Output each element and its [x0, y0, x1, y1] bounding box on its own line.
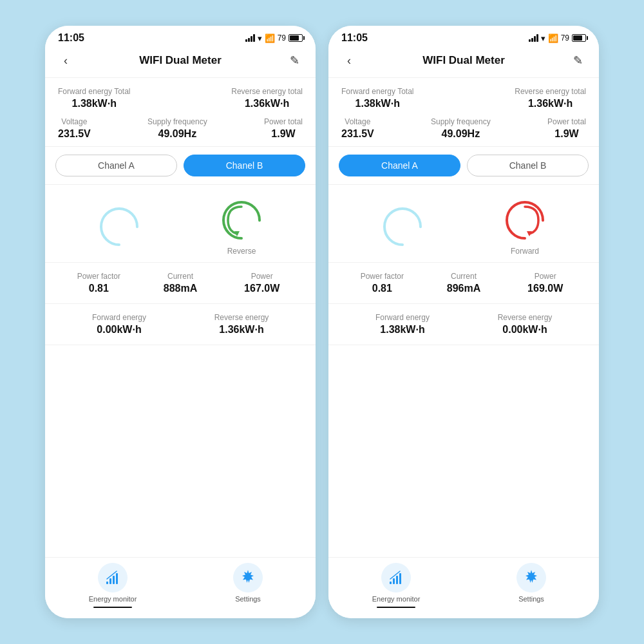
power-total-right: Power total 1.9W	[547, 117, 586, 140]
svg-rect-12	[393, 578, 395, 584]
energy-monitor-icon-right	[381, 563, 411, 592]
battery-label-right: 79	[561, 33, 569, 43]
channel-tabs-right: Chanel A Chanel B	[328, 147, 599, 185]
forward-energy-left: Forward energy 0.00kW·h	[58, 313, 180, 336]
edit-button-right[interactable]: ✎	[568, 50, 589, 71]
gauge-direction-label-left: Reverse	[227, 247, 256, 256]
nav-underline-right	[377, 607, 415, 609]
status-icons-right: ▾ 📶 79	[529, 33, 586, 43]
reverse-energy-total-left: Reverse energy total 1.36kW·h	[231, 87, 303, 109]
channel-tabs-left: Chanel A Chanel B	[45, 147, 316, 185]
signal-icon-left	[245, 34, 255, 42]
forward-energy-right: Forward energy 1.38kW·h	[341, 313, 464, 336]
stats-energy-right: Forward energy 1.38kW·h Reverse energy 0…	[328, 304, 599, 345]
battery-icon-left	[289, 34, 303, 42]
edit-button-left[interactable]: ✎	[285, 50, 305, 71]
voltage-left: Voltage 231.5V	[58, 117, 91, 140]
power-factor-left: Power factor 0.81	[58, 272, 140, 294]
battery-label-left: 79	[278, 33, 286, 43]
settings-label-left: Settings	[235, 595, 261, 603]
freq-right: Supply frequency 49.09Hz	[431, 117, 491, 140]
settings-nav-right[interactable]: Settings	[464, 563, 599, 609]
status-bar-right: 11:05 ▾ 📶 79	[328, 26, 599, 48]
gauge-forward-right	[502, 198, 547, 243]
content-right: Forward energy Total 1.38kW·h Reverse en…	[328, 78, 599, 557]
gauge-section-left: Reverse	[45, 185, 316, 263]
tab-channel-a-right[interactable]: Chanel A	[339, 155, 460, 176]
forward-energy-total-left: Forward energy Total 1.38kW·h	[58, 87, 131, 109]
forward-energy-total-right: Forward energy Total 1.38kW·h	[341, 87, 414, 109]
gauge-empty-left	[97, 204, 142, 249]
reverse-energy-total-right: Reverse energy total 1.36kW·h	[515, 87, 586, 109]
battery-icon-right	[572, 34, 586, 42]
reverse-energy-left: Reverse energy 1.36kW·h	[180, 313, 303, 336]
power-left: Power 167.0W	[221, 272, 303, 294]
energy-monitor-label-left: Energy monitor	[89, 595, 137, 603]
svg-point-0	[101, 209, 137, 245]
gauge-right-right: Forward	[502, 198, 547, 256]
power-total-left: Power total 1.9W	[264, 117, 303, 140]
settings-icon-left	[233, 563, 263, 592]
gauge-empty-right	[380, 204, 425, 249]
energy-monitor-label-right: Energy monitor	[372, 595, 421, 603]
back-button-left[interactable]: ‹	[55, 50, 76, 71]
status-icons-left: ▾ 📶 79	[245, 33, 303, 43]
top-metrics-right: Forward energy Total 1.38kW·h Reverse en…	[328, 78, 599, 147]
bottom-nav-left: Energy monitor Settings	[45, 557, 316, 619]
gauge-left-left	[97, 204, 142, 249]
stats-main-left: Power factor 0.81 Current 888mA Power 16…	[45, 263, 316, 304]
bottom-nav-right: Energy monitor Settings	[328, 557, 599, 619]
gauge-reverse-left	[219, 198, 264, 243]
svg-rect-11	[390, 582, 392, 584]
energy-monitor-nav-left[interactable]: Energy monitor	[45, 563, 180, 609]
reverse-energy-right: Reverse energy 0.00kW·h	[464, 313, 586, 336]
top-metrics-left: Forward energy Total 1.38kW·h Reverse en…	[45, 78, 316, 147]
power-factor-right: Power factor 0.81	[341, 272, 423, 294]
settings-icon-right	[516, 563, 546, 592]
settings-nav-left[interactable]: Settings	[180, 563, 316, 609]
svg-rect-13	[396, 576, 398, 584]
voltage-right: Voltage 231.5V	[341, 117, 374, 140]
wifi-icon-right: ▾ 📶	[541, 33, 558, 43]
tab-channel-b-right[interactable]: Chanel B	[467, 155, 589, 176]
phone-left: 11:05 ▾ 📶 79 ‹ WIFI Dual Meter ✎ Forward…	[45, 26, 316, 618]
nav-bar-right: ‹ WIFI Dual Meter ✎	[328, 48, 599, 78]
phone-right: 11:05 ▾ 📶 79 ‹ WIFI Dual Meter ✎ Forward…	[328, 26, 599, 618]
wifi-icon-left: ▾ 📶	[258, 33, 275, 43]
gauge-right-left: Reverse	[219, 198, 264, 256]
gauge-direction-label-right: Forward	[511, 247, 539, 256]
stats-energy-left: Forward energy 0.00kW·h Reverse energy 1…	[45, 304, 316, 345]
svg-rect-4	[109, 578, 111, 584]
svg-rect-3	[106, 582, 108, 584]
content-left: Forward energy Total 1.38kW·h Reverse en…	[45, 78, 316, 557]
back-button-right[interactable]: ‹	[339, 50, 359, 71]
current-left: Current 888mA	[140, 272, 222, 294]
tab-channel-b-left[interactable]: Chanel B	[184, 155, 305, 176]
energy-monitor-nav-right[interactable]: Energy monitor	[328, 563, 464, 609]
page-title-right: WIFI Dual Meter	[422, 54, 505, 67]
signal-icon-right	[529, 34, 538, 42]
nav-bar-left: ‹ WIFI Dual Meter ✎	[45, 48, 316, 78]
svg-rect-14	[399, 573, 401, 584]
status-bar-left: 11:05 ▾ 📶 79	[45, 26, 316, 48]
stats-main-right: Power factor 0.81 Current 896mA Power 16…	[328, 263, 599, 304]
time-left: 11:05	[58, 32, 84, 44]
settings-label-right: Settings	[518, 595, 544, 603]
tab-channel-a-left[interactable]: Chanel A	[55, 155, 177, 176]
svg-rect-6	[116, 573, 118, 584]
time-right: 11:05	[341, 32, 368, 44]
gauge-section-right: Forward	[328, 185, 599, 263]
svg-rect-5	[113, 576, 115, 584]
energy-monitor-icon-left	[98, 563, 128, 592]
svg-point-8	[384, 209, 421, 245]
nav-underline-left	[93, 607, 132, 609]
power-right: Power 169.0W	[504, 272, 586, 294]
current-right: Current 896mA	[423, 272, 505, 294]
page-title-left: WIFI Dual Meter	[139, 54, 222, 67]
freq-left: Supply frequency 49.09Hz	[147, 117, 207, 140]
gauge-left-right	[380, 204, 425, 249]
